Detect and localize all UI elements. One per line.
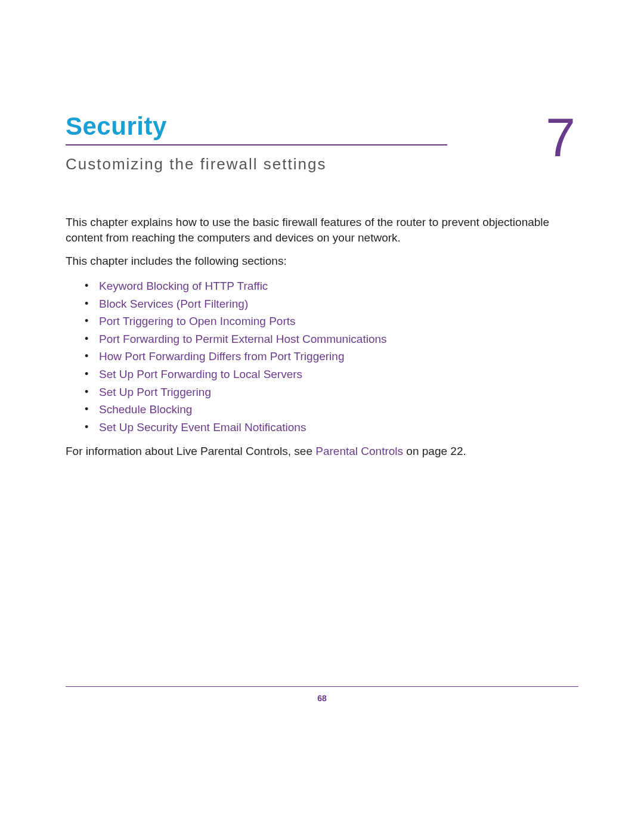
list-item: Port Triggering to Open Incoming Ports <box>85 312 578 330</box>
section-link[interactable]: Set Up Security Event Email Notification… <box>99 421 306 433</box>
footer-note: For information about Live Parental Cont… <box>66 444 578 459</box>
section-link[interactable]: Set Up Port Forwarding to Local Servers <box>99 368 302 380</box>
list-item: Set Up Port Forwarding to Local Servers <box>85 366 578 383</box>
footer-rule <box>66 686 578 687</box>
section-link[interactable]: Keyword Blocking of HTTP Traffic <box>99 280 268 292</box>
section-link[interactable]: Port Triggering to Open Incoming Ports <box>99 315 296 327</box>
section-link[interactable]: Set Up Port Triggering <box>99 386 211 398</box>
chapter-number: 7 <box>546 111 575 165</box>
section-link[interactable]: How Port Forwarding Differs from Port Tr… <box>99 350 344 363</box>
list-item: Set Up Security Event Email Notification… <box>85 419 578 436</box>
list-item: How Port Forwarding Differs from Port Tr… <box>85 348 578 366</box>
footer-note-pre: For information about Live Parental Cont… <box>66 445 315 457</box>
title-rule <box>66 144 447 145</box>
section-link[interactable]: Port Forwarding to Permit External Host … <box>99 333 387 345</box>
page: Security Customizing the firewall settin… <box>0 0 644 833</box>
sections-list: Keyword Blocking of HTTP Traffic Block S… <box>66 277 578 436</box>
list-item: Keyword Blocking of HTTP Traffic <box>85 277 578 295</box>
sections-lead: This chapter includes the following sect… <box>66 253 578 269</box>
chapter-header: Security Customizing the firewall settin… <box>66 112 578 174</box>
chapter-subtitle: Customizing the firewall settings <box>66 155 578 174</box>
section-link[interactable]: Schedule Blocking <box>99 403 192 416</box>
list-item: Set Up Port Triggering <box>85 383 578 401</box>
list-item: Block Services (Port Filtering) <box>85 295 578 313</box>
chapter-title: Security <box>66 112 578 144</box>
page-number: 68 <box>0 693 644 703</box>
intro-paragraph: This chapter explains how to use the bas… <box>66 215 578 245</box>
section-link[interactable]: Block Services (Port Filtering) <box>99 298 248 310</box>
footer-note-post: on page 22. <box>403 445 466 457</box>
body: This chapter explains how to use the bas… <box>66 215 578 467</box>
parental-controls-link[interactable]: Parental Controls <box>315 445 403 457</box>
list-item: Schedule Blocking <box>85 401 578 419</box>
list-item: Port Forwarding to Permit External Host … <box>85 330 578 348</box>
